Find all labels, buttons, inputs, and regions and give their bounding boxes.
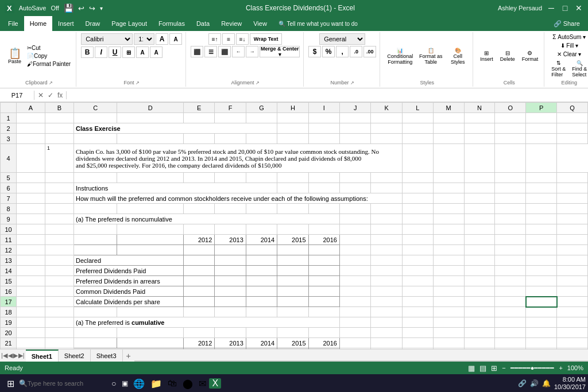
- cell-i17[interactable]: [308, 297, 339, 307]
- formula-input[interactable]: [67, 91, 588, 100]
- tab-draw[interactable]: Draw: [80, 16, 106, 31]
- cell-p1[interactable]: [526, 113, 557, 123]
- cell-f14[interactable]: [215, 266, 246, 276]
- row-header-5[interactable]: 5: [1, 173, 17, 183]
- cell-f20[interactable]: [215, 328, 246, 338]
- taskbar-store-icon[interactable]: 🛍: [165, 378, 180, 389]
- cell-o2[interactable]: [495, 123, 526, 134]
- cell-d10[interactable]: [117, 224, 184, 235]
- sort-filter-button[interactable]: ⇅ Sort &Filter: [549, 59, 568, 79]
- cell-b2[interactable]: [45, 123, 74, 134]
- col-header-a[interactable]: A: [17, 103, 45, 113]
- cell-b6[interactable]: [45, 183, 74, 193]
- zoom-out-button[interactable]: −: [502, 364, 505, 371]
- cell-l21[interactable]: [402, 338, 433, 348]
- row-header-1[interactable]: 1: [1, 113, 17, 123]
- col-header-l[interactable]: L: [402, 103, 433, 113]
- cell-c5[interactable]: [74, 173, 117, 183]
- cell-b1[interactable]: [45, 113, 74, 123]
- cell-f15[interactable]: [215, 276, 246, 286]
- cell-l11[interactable]: [402, 235, 433, 245]
- cell-l19[interactable]: [402, 317, 433, 328]
- align-top-button[interactable]: ≡↑: [208, 33, 221, 45]
- align-center-button[interactable]: ☰: [204, 46, 217, 57]
- cell-h8[interactable]: [277, 204, 308, 214]
- cell-c11[interactable]: [74, 235, 117, 245]
- cell-d1[interactable]: [117, 113, 184, 123]
- cell-f18[interactable]: [215, 307, 246, 317]
- cell-m16[interactable]: [433, 286, 464, 297]
- decrease-font-button[interactable]: A: [169, 33, 182, 45]
- tab-view[interactable]: View: [247, 16, 273, 31]
- cell-p14[interactable]: [526, 266, 557, 276]
- cell-o16[interactable]: [495, 286, 526, 297]
- cell-j18[interactable]: [339, 307, 370, 317]
- cell-j2[interactable]: [339, 123, 370, 134]
- italic-button[interactable]: I: [95, 46, 107, 58]
- restore-button[interactable]: □: [560, 3, 570, 13]
- cell-e10[interactable]: [183, 224, 214, 235]
- cell-j20[interactable]: [339, 328, 370, 338]
- cell-j12[interactable]: [339, 245, 370, 255]
- cell-k13[interactable]: [371, 255, 402, 266]
- cell-i18[interactable]: [308, 307, 339, 317]
- cell-k3[interactable]: [371, 134, 402, 144]
- cell-d3[interactable]: [117, 134, 184, 144]
- tab-tell-me[interactable]: 🔍 Tell me what you want to do: [273, 16, 363, 31]
- cell-q8[interactable]: [557, 204, 588, 214]
- cell-b4[interactable]: 1: [45, 144, 74, 173]
- cell-q1[interactable]: [557, 113, 588, 123]
- cell-p9[interactable]: [526, 214, 557, 224]
- cell-q18[interactable]: [557, 307, 588, 317]
- cell-d21[interactable]: [117, 338, 184, 348]
- conditional-formatting-button[interactable]: 📊 ConditionalFormatting: [385, 46, 415, 66]
- cell-n14[interactable]: [464, 266, 495, 276]
- cell-e21[interactable]: 2012: [183, 338, 214, 348]
- cell-a19[interactable]: [17, 317, 45, 328]
- cell-o5[interactable]: [495, 173, 526, 183]
- cell-e8[interactable]: [183, 204, 214, 214]
- accounting-button[interactable]: $: [308, 46, 321, 57]
- cell-q15[interactable]: [557, 276, 588, 286]
- cell-m15[interactable]: [433, 276, 464, 286]
- cell-n1[interactable]: [464, 113, 495, 123]
- cell-m1[interactable]: [433, 113, 464, 123]
- cell-i13[interactable]: [308, 255, 339, 266]
- cell-j16[interactable]: [339, 286, 370, 297]
- align-bottom-button[interactable]: ≡↓: [236, 33, 249, 45]
- cell-q16[interactable]: [557, 286, 588, 297]
- cell-e16[interactable]: [183, 286, 214, 297]
- cell-j1[interactable]: [339, 113, 370, 123]
- cell-n21[interactable]: [464, 338, 495, 348]
- cell-e1[interactable]: [183, 113, 214, 123]
- cell-b20[interactable]: [45, 328, 74, 338]
- cell-i3[interactable]: [308, 134, 339, 144]
- cell-m9[interactable]: [433, 214, 464, 224]
- cell-l17[interactable]: [402, 297, 433, 307]
- cut-button[interactable]: ✂ Cut: [25, 44, 72, 52]
- cell-m10[interactable]: [433, 224, 464, 235]
- cell-i8[interactable]: [308, 204, 339, 214]
- redo-icon[interactable]: ↪: [89, 4, 95, 13]
- col-header-j[interactable]: J: [339, 103, 370, 113]
- cell-o7[interactable]: [495, 193, 526, 204]
- col-header-f[interactable]: F: [215, 103, 246, 113]
- cell-f21[interactable]: 2013: [215, 338, 246, 348]
- cell-p19[interactable]: [526, 317, 557, 328]
- cell-c12[interactable]: [74, 245, 117, 255]
- cell-h2[interactable]: [277, 123, 308, 134]
- col-header-c[interactable]: C: [74, 103, 117, 113]
- cell-a6[interactable]: [17, 183, 45, 193]
- cell-h12[interactable]: [277, 245, 308, 255]
- cell-m11[interactable]: [433, 235, 464, 245]
- cell-p6[interactable]: [526, 183, 557, 193]
- cell-k21[interactable]: [371, 338, 402, 348]
- cell-c4[interactable]: Chapin Co. has 3,000 of $100 par value 5…: [74, 144, 403, 173]
- cell-h20[interactable]: [277, 328, 308, 338]
- cell-g18[interactable]: [246, 307, 277, 317]
- row-header-8[interactable]: 8: [1, 204, 17, 214]
- cell-q3[interactable]: [557, 134, 588, 144]
- cell-h16[interactable]: [277, 286, 308, 297]
- cell-l5[interactable]: [402, 173, 433, 183]
- cell-j10[interactable]: [339, 224, 370, 235]
